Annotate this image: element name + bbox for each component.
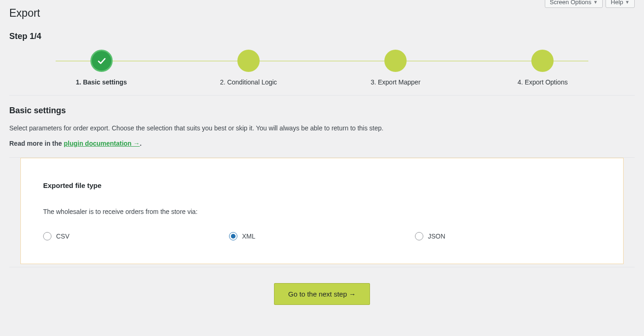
radio-json[interactable]: JSON <box>415 232 601 240</box>
step-export-mapper[interactable]: 3. Export Mapper <box>322 50 469 86</box>
next-step-button[interactable]: Go to the next step → <box>274 283 370 305</box>
step-title: 4. Export Options <box>517 78 567 86</box>
step-conditional-logic[interactable]: 2. Conditional Logic <box>175 50 322 86</box>
radio-csv[interactable]: CSV <box>43 232 229 240</box>
page-title: Export <box>9 0 635 21</box>
radio-icon <box>229 232 237 240</box>
doc-line: Read more in the plugin documentation →. <box>9 140 635 147</box>
radio-label: XML <box>242 233 255 240</box>
divider <box>9 267 635 267</box>
stepper: 1. Basic settings 2. Conditional Logic 3… <box>9 50 635 86</box>
radio-xml[interactable]: XML <box>229 232 415 240</box>
step-title: 1. Basic settings <box>76 78 127 86</box>
help-button[interactable]: Help ▼ <box>606 0 635 8</box>
radio-icon <box>415 232 423 240</box>
step-circle-icon <box>384 50 407 72</box>
step-export-options[interactable]: 4. Export Options <box>469 50 616 86</box>
doc-suffix: . <box>140 140 142 147</box>
step-title: 2. Conditional Logic <box>220 78 277 86</box>
step-basic-settings[interactable]: 1. Basic settings <box>28 50 175 86</box>
card-description: The wholesaler is to receive orders from… <box>43 208 601 215</box>
file-type-card: Exported file type The wholesaler is to … <box>20 158 624 264</box>
help-label: Help <box>611 0 623 6</box>
step-indicator: Step 1/4 <box>9 32 635 41</box>
screen-options-label: Screen Options <box>550 0 592 6</box>
card-title: Exported file type <box>43 181 601 189</box>
checkmark-icon <box>90 50 113 72</box>
radio-label: CSV <box>56 233 70 240</box>
step-circle-icon <box>531 50 554 72</box>
radio-icon <box>43 232 51 240</box>
caret-down-icon: ▼ <box>625 0 630 5</box>
divider <box>9 95 635 96</box>
step-circle-icon <box>237 50 260 72</box>
caret-down-icon: ▼ <box>593 0 598 5</box>
plugin-documentation-link[interactable]: plugin documentation → <box>64 140 140 147</box>
section-title: Basic settings <box>9 106 635 116</box>
doc-prefix: Read more in the <box>9 140 64 147</box>
radio-label: JSON <box>428 233 445 240</box>
section-description: Select parameters for order export. Choo… <box>9 123 635 133</box>
file-type-radio-group: CSV XML JSON <box>43 232 601 240</box>
screen-options-button[interactable]: Screen Options ▼ <box>545 0 603 8</box>
step-title: 3. Export Mapper <box>370 78 420 86</box>
